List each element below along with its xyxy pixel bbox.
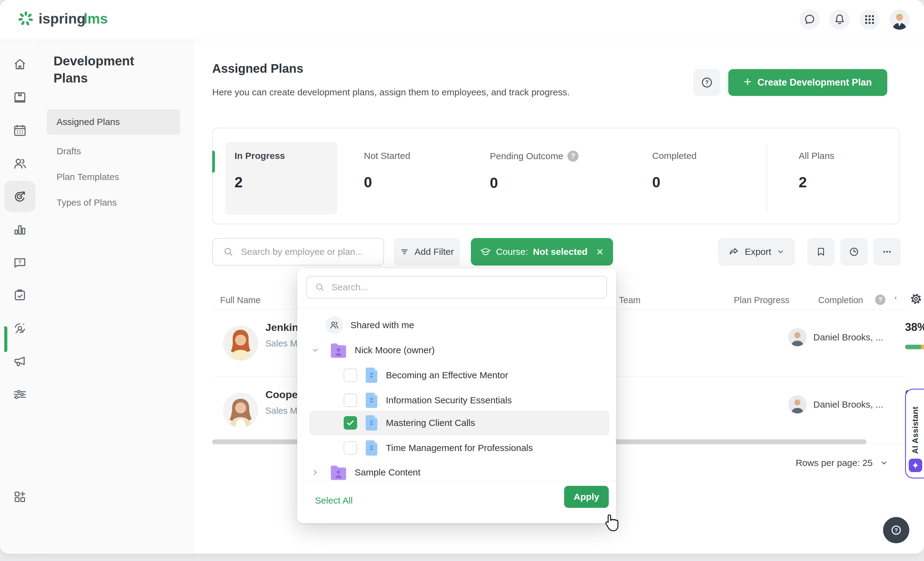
select-all-link[interactable]: Select All xyxy=(315,495,352,506)
sidebar-item-assigned-plans[interactable]: Assigned Plans xyxy=(47,109,180,135)
dropdown-course-item[interactable]: Information Security Essentials xyxy=(297,388,616,413)
apps-grid-icon xyxy=(864,14,875,25)
col-full-name[interactable]: Full Name xyxy=(220,295,261,305)
rail-settings[interactable] xyxy=(4,379,36,410)
sidebar-item-label: Drafts xyxy=(57,146,81,156)
dropdown-item-shared-with-me[interactable]: Shared with me xyxy=(297,313,616,337)
target-icon xyxy=(12,189,27,204)
course-filter-dropdown: Shared with me Nick Moore (owner) Becomi… xyxy=(297,268,616,523)
dropdown-course-item[interactable]: Becoming an Effective Mentor xyxy=(297,363,616,387)
history-button[interactable] xyxy=(840,238,868,266)
create-development-plan-button[interactable]: + Create Development Plan xyxy=(728,69,887,96)
course-filter-chip[interactable]: Course: Not selected ✕ xyxy=(471,238,613,266)
rail-users[interactable] xyxy=(4,148,36,179)
rail-apps[interactable] xyxy=(4,481,36,512)
col-plan-progress[interactable]: Plan Progress xyxy=(734,295,789,305)
notifications-button[interactable] xyxy=(830,9,850,30)
checkbox-unchecked[interactable] xyxy=(344,368,357,382)
progress-percent: 38% xyxy=(905,321,924,334)
sort-indicator[interactable]: ‹ xyxy=(895,294,897,301)
stat-tab-all-plans[interactable]: All Plans 2 xyxy=(799,142,834,214)
rail-home[interactable] xyxy=(4,49,36,80)
sidebar-item-types-of-plans[interactable]: Types of Plans xyxy=(47,190,180,215)
svg-text:?: ? xyxy=(894,527,898,534)
rail-announcements[interactable] xyxy=(4,346,36,377)
dropdown-item-label: Information Security Essentials xyxy=(386,395,512,405)
stat-active-indicator xyxy=(212,151,215,173)
dropdown-course-item[interactable]: Time Management for Professionals xyxy=(297,436,616,460)
rows-per-page[interactable]: Rows per page: 25 xyxy=(796,458,888,468)
checkbox-checked[interactable] xyxy=(344,416,357,429)
svg-text:?: ? xyxy=(705,79,708,85)
users-icon xyxy=(12,156,27,171)
search-icon xyxy=(223,247,234,257)
search-icon xyxy=(315,282,325,292)
help-circle-icon[interactable]: ? xyxy=(567,151,579,162)
dropdown-search xyxy=(306,276,607,299)
rail-courses[interactable] xyxy=(4,82,36,113)
sliders-icon xyxy=(12,387,27,402)
dropdown-search-input[interactable] xyxy=(331,282,577,293)
checkbox-unchecked[interactable] xyxy=(344,441,357,455)
rail-reports[interactable] xyxy=(4,214,36,245)
export-button[interactable]: Export xyxy=(718,238,795,266)
sidebar-item-drafts[interactable]: Drafts xyxy=(47,138,180,164)
saved-views-button[interactable] xyxy=(807,238,835,266)
employee-subtitle: Sales Ma xyxy=(266,338,302,349)
app-launcher-button[interactable] xyxy=(860,9,880,30)
team-names: Daniel Brooks, ... xyxy=(813,332,883,343)
rail-360-reviews[interactable] xyxy=(4,313,36,344)
table-settings-button[interactable] xyxy=(909,292,923,306)
help-circle-icon[interactable]: ? xyxy=(875,295,885,305)
help-fab[interactable]: ? xyxy=(883,517,909,543)
top-bar: ispringlms xyxy=(0,0,924,40)
dropdown-folder-nick-moore[interactable]: Nick Moore (owner) xyxy=(297,338,616,362)
checkbox-unchecked[interactable] xyxy=(344,393,357,407)
stat-tab-pending-outcome[interactable]: Pending Outcome? 0 xyxy=(490,142,579,214)
rail-trainings[interactable] xyxy=(4,280,36,311)
ispring-logo-icon xyxy=(18,11,34,27)
graduation-cap-icon xyxy=(480,246,491,257)
grid-plus-icon xyxy=(13,490,27,504)
col-team[interactable]: Team xyxy=(619,295,640,305)
employee-name[interactable]: Coope xyxy=(266,389,298,401)
avatar xyxy=(788,395,807,414)
add-filter-button[interactable]: Add Filter xyxy=(394,238,460,266)
employee-name[interactable]: Jenkin xyxy=(266,322,298,334)
search-input[interactable] xyxy=(240,246,370,257)
progress-segment-orange xyxy=(921,345,924,349)
dropdown-item-label: Mastering Client Calls xyxy=(386,418,475,428)
course-file-icon xyxy=(364,440,378,456)
messages-button[interactable] xyxy=(800,9,820,30)
ai-assistant-tab[interactable]: AI Assistant xyxy=(905,389,924,479)
stat-tab-completed[interactable]: Completed 0 xyxy=(652,142,696,214)
help-button[interactable]: ? xyxy=(693,69,720,96)
col-completion[interactable]: Completion xyxy=(818,295,863,305)
sidebar-item-plan-templates[interactable]: Plan Templates xyxy=(47,164,180,190)
add-filter-label: Add Filter xyxy=(415,247,454,257)
more-options-button[interactable] xyxy=(873,238,901,266)
rail-calendar[interactable] xyxy=(4,115,36,146)
team-cell: Daniel Brooks, ... xyxy=(788,395,883,414)
apply-button[interactable]: Apply xyxy=(564,486,609,508)
rail-quizzes[interactable]: ? xyxy=(4,247,36,278)
sidebar-item-label: Plan Templates xyxy=(57,172,119,182)
app-window: ispringlms xyxy=(0,0,924,554)
gear-icon xyxy=(909,292,923,306)
page-title: Assigned Plans xyxy=(212,62,303,75)
course-file-icon xyxy=(364,392,378,408)
team-cell: Daniel Brooks, ... xyxy=(788,328,883,347)
chevron-down-icon[interactable] xyxy=(311,346,326,354)
stat-tab-not-started[interactable]: Not Started 0 xyxy=(364,142,410,214)
clock-icon xyxy=(849,246,860,257)
user-avatar[interactable] xyxy=(890,9,910,30)
close-icon[interactable]: ✕ xyxy=(596,247,604,257)
stat-label: Not Started xyxy=(364,151,410,161)
stat-tab-in-progress[interactable]: In Progress 2 xyxy=(225,142,337,214)
rail-development-plans[interactable] xyxy=(4,181,36,212)
help-circle-icon: ? xyxy=(700,76,714,89)
chevron-right-icon[interactable] xyxy=(311,468,326,476)
person-sync-icon xyxy=(12,321,27,336)
dropdown-course-item-selected[interactable]: Mastering Client Calls xyxy=(297,411,616,435)
logo[interactable]: ispringlms xyxy=(18,10,108,27)
